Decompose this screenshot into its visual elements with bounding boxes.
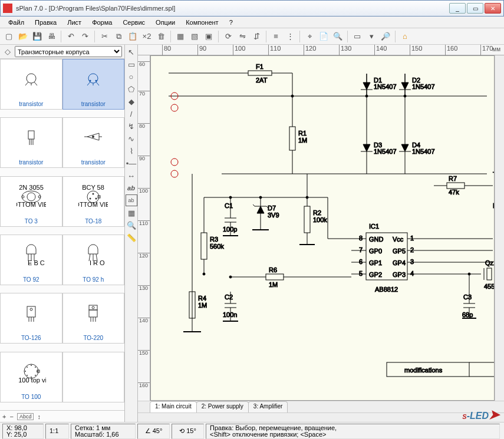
status-angle15[interactable]: ⟲ 15° [179,428,196,434]
search-button[interactable]: 🔍 [331,30,344,43]
line-tool[interactable]: / [126,108,137,120]
mirror-h-button[interactable]: ⇋ [236,30,249,43]
lib-icon[interactable]: ◇ [2,47,13,57]
tab-main-circuit[interactable]: 1: Main circuit [150,401,197,412]
canvas[interactable]: F1 2AT D11N5407 D21N5407 D31N5407 D41N54… [150,55,495,401]
list-button[interactable]: 📄 [317,30,330,43]
svg-point-208 [229,276,232,278]
menu-service[interactable]: Сервис [118,18,150,27]
polyline-tool[interactable]: ↯ [126,120,137,132]
node-tool[interactable]: •— [126,157,137,169]
lib-item-empty[interactable] [62,352,125,402]
lib-item-transistor-2[interactable]: transistor [62,59,125,110]
svg-text:R1: R1 [298,130,307,137]
lib-item-to220[interactable]: TO-220 [62,293,125,344]
lib-add-button[interactable]: + [2,413,6,420]
lib-item-transistor-4[interactable]: transistor [62,117,125,168]
tab-power-supply[interactable]: 2: Power supply [196,401,249,412]
scrollbar-vertical[interactable] [495,55,504,401]
lib-item-transistor-1[interactable]: transistor [0,59,62,110]
menu-help[interactable]: ? [225,18,238,27]
svg-point-26 [93,193,94,194]
close-button[interactable]: ✕ [485,3,501,14]
svg-text:8: 8 [359,235,363,242]
image-tool[interactable]: ▦ [126,207,137,219]
svg-point-202 [365,95,368,97]
tab-amplifier[interactable]: 3: Amplifier [248,401,288,412]
paste-button[interactable]: 📋 [126,30,139,43]
lib-label-button[interactable]: Abcd [17,413,34,420]
svg-text:GP5: GP5 [393,247,406,255]
fill-tool[interactable]: ◆ [126,95,137,107]
svg-point-0 [27,74,36,83]
menu-edit[interactable]: Правка [30,18,61,27]
rotate-button[interactable]: ⟳ [222,30,235,43]
svg-text:GP2: GP2 [369,271,382,278]
lib-item-to100[interactable]: TO 100 top viewTO 100 [0,352,62,402]
snap-button[interactable]: ⌖ [303,30,316,43]
lib-remove-button[interactable]: − [9,413,13,420]
group-button[interactable]: ▣ [202,30,215,43]
distribute-button[interactable]: ⋮ [284,30,297,43]
open-button[interactable]: 📂 [17,30,29,43]
status-grid: Сетка: 1 мм [75,425,131,431]
print-button[interactable]: 🖶 [45,30,58,43]
lib-item-transistor-3[interactable]: transistor [0,117,62,168]
copy-button[interactable]: ⧉ [112,30,125,43]
text-tool[interactable]: ab [126,182,137,194]
svg-line-3 [34,82,37,85]
home-button[interactable]: ⌂ [398,30,411,43]
svg-line-137 [253,204,255,206]
poly-tool[interactable]: ⬠ [126,83,137,95]
zoom-tool[interactable]: 🔍 [126,219,137,231]
new-button[interactable]: ▢ [2,30,15,43]
pointer-tool[interactable]: ↖ [126,46,137,58]
svg-text:R2: R2 [313,209,321,216]
dup-button[interactable]: ×2 [140,30,153,43]
status-angle45[interactable]: ∠ 45° [145,428,163,434]
back-button[interactable]: ▧ [188,30,201,43]
redo-button[interactable]: ↷ [78,30,91,43]
lib-item-to18[interactable]: BCY 58BOTTOM VIEWTO-18 [62,176,125,227]
svg-text:1M: 1M [298,137,307,144]
page-button[interactable]: ▭ [351,30,364,43]
menu-sheet[interactable]: Лист [62,18,86,27]
minimize-button[interactable]: _ [449,3,466,14]
svg-point-71 [171,170,178,177]
lib-item-to126[interactable]: TO-126 [0,293,62,344]
ruler-vertical: 60 70 80 90 100 110 120 130 140 150 160 [138,55,150,401]
measure-tool[interactable]: 📏 [126,232,137,243]
svg-rect-192 [487,268,492,280]
maximize-button[interactable]: ▭ [467,3,483,14]
cut-button[interactable]: ✂ [98,30,111,43]
scrollbar-horizontal[interactable] [138,412,504,422]
save-button[interactable]: 💾 [31,30,44,43]
menu-component[interactable]: Компонент [181,18,223,27]
circle-tool[interactable]: ○ [126,71,137,82]
library-panel: ◇ Транзисторные корпуса transistor trans… [0,45,125,422]
zoom-button[interactable]: 🔎 [379,30,392,43]
rect-tool[interactable]: ▭ [126,58,137,70]
delete-button[interactable]: 🗑 [154,30,167,43]
align-button[interactable]: ≡ [269,30,282,43]
curve-tool[interactable]: ∿ [126,133,137,144]
textbox-tool[interactable]: ab [126,194,137,206]
dropdown-icon[interactable]: ▾ [365,30,378,43]
mirror-v-button[interactable]: ⇵ [250,30,263,43]
menu-shape[interactable]: Форма [87,18,117,27]
lib-sort-button[interactable]: ↕ [37,413,41,420]
lib-item-to3[interactable]: 2N 3055BOTTOM VIEWTO 3 [0,176,62,227]
menu-file[interactable]: Файл [4,18,29,27]
menu-options[interactable]: Опции [151,18,180,27]
svg-line-1 [25,82,28,85]
library-category-select[interactable]: Транзисторные корпуса [15,46,122,57]
svg-point-21 [38,196,41,198]
front-button[interactable]: ▦ [174,30,187,43]
bezier-tool[interactable]: ⌇ [126,145,137,157]
svg-rect-45 [89,310,97,317]
lib-item-to92h[interactable]: I R OTO 92 h [62,235,125,285]
svg-point-203 [404,95,406,97]
lib-item-to92[interactable]: E B CTO 92 [0,235,62,285]
undo-button[interactable]: ↶ [64,30,77,43]
dim-tool[interactable]: ↔ [126,170,137,181]
